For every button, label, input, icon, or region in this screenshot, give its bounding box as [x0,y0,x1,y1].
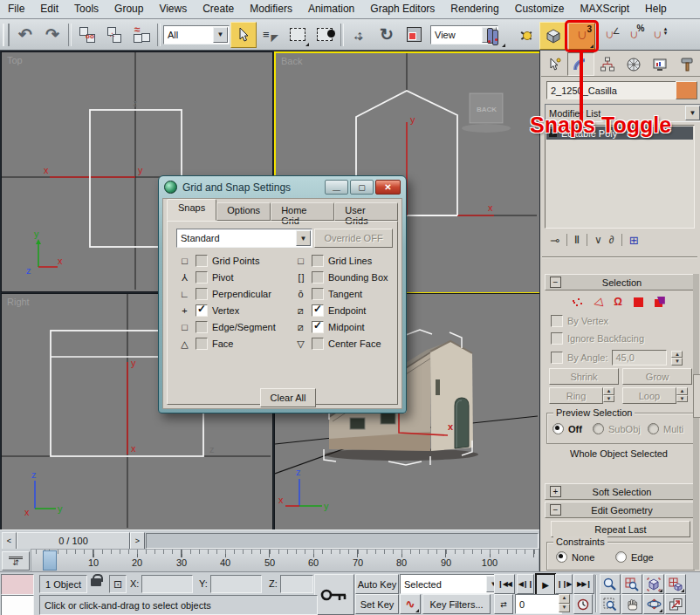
collapse-icon[interactable]: − [550,277,561,288]
spinner-down-icon[interactable]: ▼ [676,395,688,403]
chevron-down-icon[interactable]: ▼ [213,27,228,43]
tab-user-grids[interactable]: User Grids [334,202,398,221]
toolbar-handle[interactable] [3,24,10,46]
ring-button[interactable]: Ring [549,387,603,404]
menu-views[interactable]: Views [151,0,195,18]
menu-group[interactable]: Group [106,0,151,18]
by-angle-field[interactable]: 45,0 [612,350,667,366]
element-subobject-icon[interactable] [655,297,666,308]
pan-button[interactable] [621,594,642,614]
tangent-checkbox[interactable] [312,288,324,300]
time-configuration-button[interactable] [573,594,593,614]
tab-utilities[interactable] [674,52,700,76]
snap-preset-dropdown[interactable]: Standard ▼ [176,229,312,248]
z-field[interactable] [280,575,313,593]
grid-points-checkbox[interactable] [196,255,208,267]
current-frame-field[interactable]: 0 [515,594,562,614]
modifier-stack[interactable]: + Editable Poly [545,125,695,229]
loop-spinner[interactable]: ▲▼ [676,387,688,402]
bind-to-space-warp-button[interactable]: ≈ [128,22,154,48]
arc-rotate-button[interactable] [643,594,664,614]
tab-home-grid[interactable]: Home Grid [271,202,334,221]
maximize-button[interactable]: ▢ [350,180,374,195]
menu-file[interactable]: File [0,0,32,18]
spinner-up-icon[interactable]: ▲ [676,387,688,395]
set-keys-button[interactable] [314,574,354,615]
key-filters-button[interactable]: Key Filters... [422,594,491,614]
edge-segment-checkbox[interactable] [196,321,208,333]
spinner-down-icon[interactable]: ▼ [603,395,614,403]
keyboard-shortcut-override-toggle[interactable] [539,22,566,50]
auto-key-button[interactable]: Auto Key [355,574,399,594]
key-mode-toggle[interactable]: ⇄ [494,594,513,614]
next-frame-button[interactable]: ❙❙▶ [555,574,573,594]
grid-lines-checkbox[interactable] [312,255,324,267]
by-angle-checkbox[interactable] [551,352,563,364]
configure-modifier-sets-icon[interactable]: ⊞ [629,234,639,247]
selection-filter-dropdown[interactable]: All ▼ [163,25,230,44]
select-and-link-button[interactable]: oo [74,22,100,48]
menu-rendering[interactable]: Rendering [443,0,506,18]
pivot-checkbox[interactable] [196,271,208,284]
grow-button[interactable]: Grow [622,368,692,385]
rectangular-selection-region-button[interactable] [285,22,311,48]
midpoint-checkbox[interactable] [312,321,324,333]
selection-set-dropdown[interactable]: Selected ▼ [400,574,503,594]
zoom-region-button[interactable] [600,594,621,614]
pin-stack-icon[interactable]: ⊸ [550,234,559,247]
time-slider-track[interactable] [146,533,539,549]
preview-multi-radio[interactable] [648,423,659,434]
border-subobject-icon[interactable]: Ω [614,296,622,308]
select-and-manipulate-button[interactable] [513,23,539,49]
undo-button[interactable]: ↶ [12,22,38,48]
bounding-box-checkbox[interactable] [312,271,324,284]
zoom-all-button[interactable] [621,574,642,594]
minimize-button[interactable]: — [325,180,348,195]
ring-spinner[interactable]: ▲▼ [603,387,614,402]
tab-create[interactable] [541,52,567,76]
override-off-button[interactable]: Override OFF [314,229,393,248]
soft-selection-rollout-header[interactable]: +Soft Selection [545,483,695,500]
preview-subobj-radio[interactable] [593,423,604,434]
default-tangent-button[interactable]: ∿ [400,594,421,614]
shrink-button[interactable]: Shrink [549,368,619,385]
zoom-button[interactable] [600,574,621,594]
window-crossing-button[interactable] [312,22,338,48]
object-color-swatch[interactable] [676,81,697,99]
spinner-down-icon[interactable]: ▼ [559,604,570,613]
time-slider-prev-button[interactable]: < [2,532,17,550]
make-unique-icon[interactable]: ∨ [594,234,602,246]
repeat-last-button[interactable]: Repeat Last [551,521,690,537]
vertex-subobject-icon[interactable] [572,297,582,307]
loop-button[interactable]: Loop [622,387,676,404]
zoom-extents-button[interactable] [643,574,664,594]
panel-scrollbar-thumb[interactable] [693,374,700,418]
track-bar-ruler[interactable]: 0 10 20 30 40 50 60 70 80 90 100 [31,549,539,572]
select-and-move-button[interactable]: ↔↕ [347,22,373,48]
face-checkbox[interactable] [196,338,208,350]
remove-modifier-icon[interactable]: ∂ [609,234,614,246]
edit-geometry-rollout-header[interactable]: −Edit Geometry [545,502,695,518]
by-angle-spinner[interactable]: ▲▼ [671,351,683,366]
spinner-down-icon[interactable]: ▼ [671,358,683,366]
grid-snap-dialog[interactable]: Grid and Snap Settings — ▢ ✕ Snaps Optio… [158,175,407,413]
redo-button[interactable]: ↷ [39,22,65,48]
go-to-start-button[interactable]: ❙◀◀ [494,574,515,594]
preview-off-radio[interactable] [552,423,564,434]
spinner-up-icon[interactable]: ▲ [671,351,683,359]
menu-modifiers[interactable]: Modifiers [242,0,300,18]
panel-scrollbar[interactable] [693,274,699,570]
tab-hierarchy[interactable] [594,52,621,76]
maxscript-mini-listener-pink[interactable] [1,574,34,595]
menu-edit[interactable]: Edit [32,0,66,18]
spinner-up-icon[interactable]: ▲ [559,594,570,604]
menu-graph-editors[interactable]: Graph Editors [362,0,443,18]
tab-display[interactable] [647,52,673,76]
unlink-button[interactable]: ∴ [101,22,127,48]
snaps-toggle-button[interactable]: ∩ 3 [568,23,595,50]
constraint-none-radio[interactable] [556,551,567,563]
polygon-subobject-icon[interactable] [634,297,643,307]
select-object-button[interactable] [230,22,257,48]
selection-rollout-header[interactable]: −Selection [545,274,695,290]
select-by-name-button[interactable]: ≡◤ [257,22,284,48]
